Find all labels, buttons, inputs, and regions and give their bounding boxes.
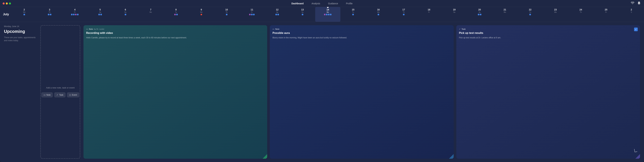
calendar-day-5-3[interactable]: 5Sa [88, 7, 113, 22]
card-card1[interactable]: ▭Noteby Dr. LecterRecording with videoHe… [84, 25, 267, 159]
upcoming-description: These are your tasks, appointments and n… [4, 36, 37, 42]
day-number: 14 [326, 8, 329, 11]
dot-row [174, 14, 178, 15]
dot-row [276, 14, 279, 15]
card-card3[interactable]: ✓TaskPick up test resultsPick up test re… [456, 25, 640, 159]
dot-row [352, 14, 354, 15]
nav-guidance[interactable]: Guidance [327, 2, 340, 6]
calendar-day-18-16[interactable]: 18Fr [416, 7, 442, 22]
blue-dot [253, 14, 254, 15]
red-dot [200, 14, 202, 15]
add-new-card[interactable]: Add a new note, task or event ▭ Note ✓ T… [40, 25, 80, 159]
day-weekday: Su [478, 11, 480, 13]
blue-dot [176, 14, 178, 15]
month-name: July [3, 13, 10, 16]
day-number: 8 [176, 8, 177, 11]
card-author: by Dr. Lecter [94, 28, 104, 30]
calendar-day-9-7[interactable]: 9We [189, 7, 214, 22]
dot-row [403, 14, 404, 15]
card-card2[interactable]: ▭NotePossible auraBlurry vision in the m… [270, 25, 454, 159]
day-number: 4 [74, 8, 76, 11]
calendar-day-25-23[interactable]: 25Fr [594, 7, 619, 22]
card-corner-accent [262, 154, 267, 159]
day-number: 24 [580, 8, 582, 11]
note-icon: ▭ [44, 94, 46, 96]
nav-dashboard[interactable]: Dashboard [290, 2, 305, 6]
purple-dot [174, 14, 176, 15]
close-button[interactable] [3, 3, 5, 5]
calendar-day-10-8[interactable]: 10Th [214, 7, 239, 22]
day-weekday: Tu [175, 11, 177, 13]
nav-profile[interactable]: Profile [345, 2, 354, 6]
wifi-icon [631, 2, 634, 5]
calendar-day-13-11[interactable]: 13Su [290, 7, 315, 22]
day-number: 16 [377, 8, 380, 11]
minimize-button[interactable] [6, 3, 8, 5]
day-weekday: Mo [150, 11, 152, 13]
blue-dot [478, 14, 479, 15]
day-number: 15 [352, 8, 354, 11]
card-type-label: Note [89, 28, 93, 30]
day-number: 18 [428, 8, 430, 11]
calendar-day-23-21[interactable]: 23We [543, 7, 568, 22]
left-panel: Monday, June 14 Upcoming These are your … [4, 25, 37, 159]
blue-dot [278, 14, 279, 15]
calendar-day-3-1[interactable]: 3Th [37, 7, 62, 22]
calendar-day-2-0[interactable]: 2We [12, 7, 37, 22]
dot-row [125, 14, 126, 15]
calendar-day-7-5[interactable]: 7Mo [138, 7, 164, 22]
day-weekday: Sa [453, 11, 455, 13]
blue-dot [71, 14, 72, 15]
add-task-button[interactable]: ✓ Task [54, 92, 66, 97]
calendar-day-22-20[interactable]: 22Tu [518, 7, 543, 22]
day-weekday: Fr [428, 11, 430, 13]
calendar-day-16-14[interactable]: 16We [366, 7, 391, 22]
day-weekday: Th [580, 11, 582, 13]
calendar-day-17-15[interactable]: 17Th [391, 7, 416, 22]
calendar-day-2-24[interactable]: 2S [619, 7, 644, 22]
add-event-button[interactable]: ◻ Event [67, 92, 79, 97]
calendar-day-11-9[interactable]: 11Fr [239, 7, 264, 22]
blue-dot [73, 14, 74, 15]
calendar-day-21-19[interactable]: 21Mo [492, 7, 518, 22]
calendar-day-15-13[interactable]: 15Tu [340, 7, 366, 22]
dot-row [98, 14, 102, 15]
today-indicator [326, 7, 329, 8]
day-number: 10 [225, 8, 228, 11]
day-weekday: We [200, 11, 202, 13]
blue-dot [24, 14, 25, 15]
dot-row [478, 14, 481, 15]
blue-dot [480, 14, 481, 15]
cards-area: ▭Noteby Dr. LecterRecording with videoHe… [84, 25, 640, 159]
calendar-day-6-4[interactable]: 6Su [113, 7, 138, 22]
calendar-day-14-12[interactable]: 14Mo [315, 7, 340, 22]
traffic-lights [3, 3, 11, 5]
day-number: 12 [276, 8, 278, 11]
maximize-button[interactable] [9, 3, 11, 5]
day-weekday: Mo [327, 11, 329, 13]
task-check-icon[interactable]: ✓ [634, 28, 638, 31]
calendar-day-8-6[interactable]: 8Tu [163, 7, 189, 22]
nav-analysis[interactable]: Analysis [310, 2, 322, 6]
calendar-day-12-10[interactable]: 12Sa [264, 7, 290, 22]
card-type-row: ▭Noteby Dr. Lecter [86, 28, 264, 30]
svg-point-0 [632, 4, 633, 4]
day-number: 19 [453, 8, 456, 11]
day-weekday: Th [48, 11, 50, 13]
calendar-day-19-17[interactable]: 19Sa [442, 7, 467, 22]
day-number: 17 [402, 8, 405, 11]
add-note-button[interactable]: ▭ Note [41, 92, 53, 97]
calendar-day-24-22[interactable]: 24Th [568, 7, 594, 22]
card-title: Possible aura [272, 32, 451, 35]
add-task-label: Task [59, 94, 63, 96]
card-body: Blurry vision in the morning. Might have… [272, 36, 451, 39]
dot-row [302, 14, 303, 15]
purple-dot [324, 14, 326, 15]
day-weekday: Tu [529, 11, 531, 13]
calendar-day-20-18[interactable]: 20Su [467, 7, 492, 22]
notification-bell-icon[interactable] [637, 1, 641, 6]
day-number: 3 [49, 8, 50, 11]
dot-row [48, 14, 51, 15]
main-content: Monday, June 14 Upcoming These are your … [0, 22, 644, 162]
calendar-day-4-2[interactable]: 4Fr [62, 7, 88, 22]
